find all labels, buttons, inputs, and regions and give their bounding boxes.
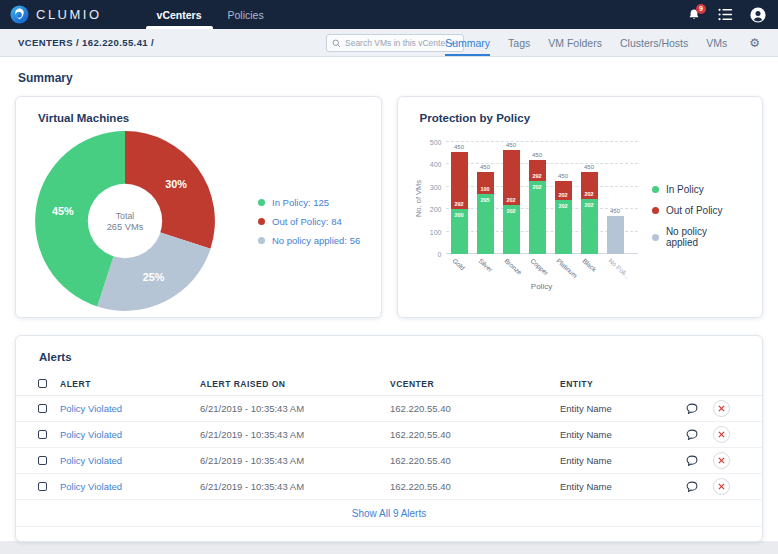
bar-total-label: 450 bbox=[444, 144, 475, 150]
alert-entity: Entity Name bbox=[560, 481, 675, 492]
alert-raised-on: 6/21/2019 - 10:35:43 AM bbox=[200, 403, 390, 414]
dismiss-cell bbox=[709, 452, 740, 469]
bar-total-label: 450 bbox=[470, 164, 501, 170]
donut-center-value: 265 VMs bbox=[107, 222, 144, 232]
task-list-button[interactable] bbox=[718, 8, 733, 21]
brand[interactable]: CLUMIO bbox=[10, 0, 102, 29]
tab-tags[interactable]: Tags bbox=[508, 29, 530, 56]
comment-button[interactable] bbox=[675, 428, 709, 442]
alert-vcenter: 162.220.55.40 bbox=[390, 429, 560, 440]
alert-type-link[interactable]: Policy Violated bbox=[60, 403, 200, 414]
legend-item: In Policy bbox=[652, 184, 738, 195]
settings-gear-icon[interactable]: ⚙ bbox=[749, 29, 760, 56]
bar-total-label: 450 bbox=[548, 173, 579, 179]
dismiss-alert-button[interactable] bbox=[713, 400, 730, 417]
breadcrumb[interactable]: VCENTERS / 162.220.55.41 / bbox=[18, 29, 154, 56]
y-tick-label: 200 bbox=[420, 206, 442, 213]
y-tick-label: 0 bbox=[420, 251, 442, 258]
tab-vms[interactable]: VMs bbox=[706, 29, 727, 56]
segment-in-policy bbox=[529, 181, 546, 254]
segment-value-label: 202 bbox=[579, 191, 600, 197]
bar-total-label: 450 bbox=[522, 152, 553, 158]
alert-table-row: Policy Violated 6/21/2019 - 10:35:43 AM … bbox=[16, 474, 762, 500]
alert-entity: Entity Name bbox=[560, 455, 675, 466]
show-all-alerts-link[interactable]: Show All 9 Alerts bbox=[16, 500, 762, 527]
search-input[interactable] bbox=[345, 38, 450, 48]
notifications-button[interactable]: 9 bbox=[687, 8, 701, 22]
bar-gold[interactable]: 292200450Gold bbox=[451, 142, 468, 254]
alert-table-row: Policy Violated 6/21/2019 - 10:35:43 AM … bbox=[16, 448, 762, 474]
nav-tab-policies[interactable]: Policies bbox=[215, 0, 277, 29]
x-tick-label: Silver bbox=[478, 257, 495, 273]
alert-type-link[interactable]: Policy Violated bbox=[60, 429, 200, 440]
bar-total-label: 450 bbox=[574, 164, 605, 170]
legend-dot bbox=[652, 207, 659, 214]
y-tick-label: 100 bbox=[420, 229, 442, 236]
comment-button[interactable] bbox=[675, 480, 709, 494]
alert-type-link[interactable]: Policy Violated bbox=[60, 481, 200, 492]
alert-raised-on: 6/21/2019 - 10:35:43 AM bbox=[200, 455, 390, 466]
brand-name: CLUMIO bbox=[36, 7, 102, 22]
legend-label: No policy applied: 56 bbox=[272, 235, 360, 246]
alert-entity: Entity Name bbox=[560, 403, 675, 414]
segment-value-label: 292 bbox=[527, 173, 548, 179]
navbar-tabs: vCenters Policies bbox=[144, 0, 277, 29]
select-all-checkbox[interactable] bbox=[38, 379, 47, 388]
x-icon bbox=[718, 457, 725, 464]
x-axis-label: Policy bbox=[446, 282, 638, 291]
row-checkbox[interactable] bbox=[38, 430, 47, 439]
bar-platinum[interactable]: 202202450Platinum bbox=[555, 142, 572, 254]
view-tab-label: VM Folders bbox=[548, 37, 602, 49]
row-checkbox[interactable] bbox=[38, 456, 47, 465]
legend-label: In Policy: 125 bbox=[272, 197, 329, 208]
user-menu-button[interactable] bbox=[750, 7, 766, 23]
row-checkbox[interactable] bbox=[38, 482, 47, 491]
bar-total-label: 450 bbox=[496, 142, 527, 148]
col-entity: ENTITY bbox=[560, 379, 675, 389]
bar-silver[interactable]: 100295450Silver bbox=[477, 142, 494, 254]
alert-table-row: Policy Violated 6/21/2019 - 10:35:43 AM … bbox=[16, 396, 762, 422]
app-window: CLUMIO vCenters Policies 9 bbox=[0, 0, 778, 554]
nav-tab-label: Policies bbox=[228, 9, 264, 21]
segment-value-label: 202 bbox=[553, 203, 574, 209]
segment-value-label: 202 bbox=[553, 192, 574, 198]
alerts-table-header: ALERT ALERT RAISED ON VCENTER ENTITY bbox=[16, 372, 762, 396]
nav-tab-vcenters[interactable]: vCenters bbox=[144, 0, 215, 29]
alert-type-link[interactable]: Policy Violated bbox=[60, 455, 200, 466]
notification-badge: 9 bbox=[696, 4, 706, 14]
dismiss-alert-button[interactable] bbox=[713, 478, 730, 495]
segment-no-policy-applied bbox=[607, 216, 624, 254]
segment-in-policy bbox=[477, 194, 494, 254]
x-icon bbox=[718, 405, 725, 412]
chat-bubble-icon bbox=[685, 402, 699, 416]
legend-dot bbox=[652, 234, 659, 241]
legend-item: Out of Policy bbox=[652, 205, 738, 216]
segment-value-label: 200 bbox=[449, 212, 470, 218]
bar-bronze[interactable]: 202202450Bronze bbox=[503, 142, 520, 254]
y-tick-label: 400 bbox=[420, 161, 442, 168]
bar-no-poli-[interactable]: 450No Poli... bbox=[607, 142, 624, 254]
comment-button[interactable] bbox=[675, 454, 709, 468]
nav-tab-label: vCenters bbox=[157, 9, 202, 21]
tab-vm-folders[interactable]: VM Folders bbox=[548, 29, 602, 56]
toolbar: VCENTERS / 162.220.55.41 / ↵ Summary Tag… bbox=[0, 29, 778, 57]
col-vcenter: VCENTER bbox=[390, 379, 560, 389]
tab-summary[interactable]: Summary bbox=[445, 29, 490, 56]
bar-chart[interactable]: No. of VMs 0100200300400500292200450Gold… bbox=[406, 132, 652, 300]
dismiss-alert-button[interactable] bbox=[713, 426, 730, 443]
x-icon bbox=[718, 431, 725, 438]
bar-black[interactable]: 202202450Black bbox=[581, 142, 598, 254]
comment-button[interactable] bbox=[675, 402, 709, 416]
legend-label: Out of Policy bbox=[666, 205, 723, 216]
main-content: Summary Virtual Machines 30%25%45%Total2… bbox=[0, 57, 778, 541]
page-title: Summary bbox=[15, 71, 763, 85]
x-tick-label: Copper bbox=[530, 257, 551, 276]
dismiss-alert-button[interactable] bbox=[713, 452, 730, 469]
y-tick-label: 500 bbox=[420, 139, 442, 146]
bar-copper[interactable]: 292202450Copper bbox=[529, 142, 546, 254]
vm-donut-chart[interactable]: 30%25%45%Total265 VMs bbox=[32, 128, 218, 314]
search-box[interactable]: ↵ bbox=[326, 34, 464, 52]
tab-clusters-hosts[interactable]: Clusters/Hosts bbox=[620, 29, 688, 56]
row-checkbox[interactable] bbox=[38, 404, 47, 413]
clumio-logo-icon bbox=[10, 5, 29, 24]
